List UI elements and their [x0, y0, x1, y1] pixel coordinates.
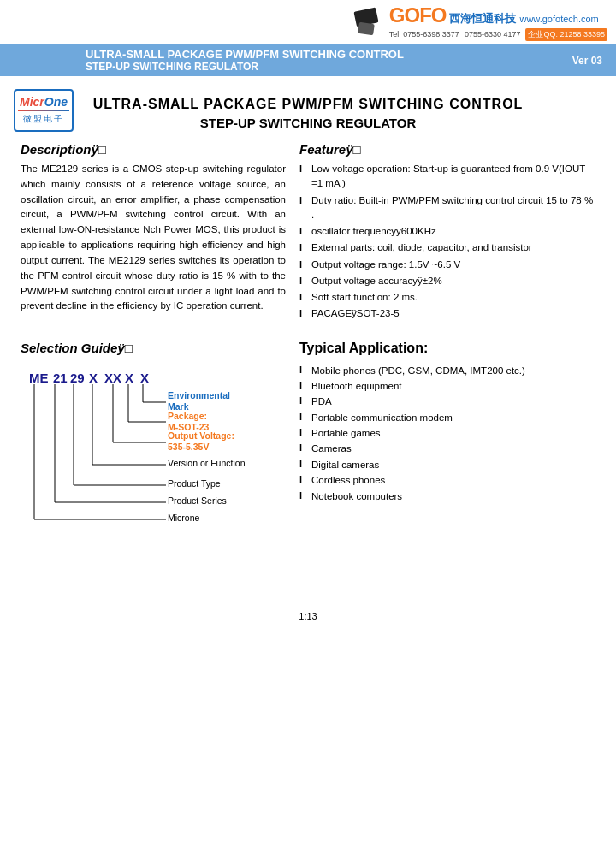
features-title: Featureÿ□ [299, 142, 595, 157]
app-item: Portable games [299, 425, 595, 441]
app-item: PDA [299, 394, 595, 409]
description-title: Descriptionÿ□ [21, 142, 286, 157]
tel-info: Tel: 0755-6398 3377 [389, 30, 459, 39]
svg-text:Package:: Package: [168, 411, 207, 421]
feature-list: Low voltage operation: Start-up is guara… [299, 162, 595, 322]
feature-item: Low voltage operation: Start-up is guara… [299, 162, 595, 192]
header-bar: ULTRA-SMALL PACKAGE PWM/PFM SWITCHING CO… [0, 44, 616, 76]
app-item: Portable communication modem [299, 410, 595, 425]
app-item: Notebook computers [299, 489, 595, 504]
description-text: The ME2129 series is a CMOS step-up swit… [21, 162, 286, 314]
typical-application-col: Typical Application: Mobile phones (PDC,… [299, 341, 595, 563]
feature-item: Duty ratio: Built-in PWM/PFM switching c… [299, 193, 595, 223]
gofo-brand: GOFO [389, 3, 447, 27]
svg-text:535-5.35V: 535-5.35V [168, 442, 209, 452]
app-item: Cordless phones [299, 472, 595, 488]
qq-info: 企业QQ: 21258 33395 [525, 28, 607, 41]
microne-chinese: 微盟电子 [23, 113, 64, 125]
page-footer: 1:13 [0, 611, 616, 630]
gofo-url: www.gofotech.com [519, 14, 598, 24]
svg-text:ME: ME [29, 371, 49, 385]
typical-app-list: Mobile phones (PDC, GSM, CDMA, IMT200 et… [299, 363, 595, 505]
microne-logo: MicrOne 微盟电子 [14, 89, 74, 132]
description-col: Descriptionÿ□ The ME2129 series is a CMO… [21, 142, 286, 323]
tel2-info: 0755-6330 4177 [465, 30, 521, 39]
app-item: Mobile phones (PDC, GSM, CDMA, IMT200 et… [299, 363, 595, 378]
feature-item: oscillator frequencyÿ600KHz [299, 224, 595, 239]
feature-item: Output voltage accuracyÿ±2% [299, 274, 595, 288]
svg-text:Microne: Microne [168, 513, 200, 523]
feature-item: PACAGEÿSOT-23-5 [299, 306, 595, 321]
svg-text:29: 29 [70, 371, 85, 385]
selection-guide-title: Selection Guideÿ□ [21, 341, 286, 355]
selection-typical-section: Selection Guideÿ□ ME 21 29 X XX X X Envi… [21, 341, 595, 563]
doc-title2: STEP-UP SWITCHING REGULATOR [21, 116, 595, 130]
svg-text:Product Type: Product Type [168, 478, 221, 489]
app-item: Bluetooth equipment [299, 378, 595, 394]
svg-text:X: X [140, 371, 149, 385]
header-title2: STEP-UP SWITCHING REGULATOR [86, 61, 404, 73]
sg-svg: ME 21 29 X XX X X Environmental Mark Pac… [21, 364, 269, 561]
main-content: ULTRA-SMALL PACKAGE PWM/PFM SWITCHING CO… [0, 76, 616, 577]
feature-item: Output voltage range: 1.5V ~6.5 V [299, 258, 595, 272]
svg-text:21: 21 [53, 371, 68, 385]
svg-text:X: X [125, 371, 133, 385]
selection-guide-col: Selection Guideÿ□ ME 21 29 X XX X X Envi… [21, 341, 286, 563]
app-item: Cameras [299, 441, 595, 456]
description-features-section: Descriptionÿ□ The ME2129 series is a CMO… [21, 142, 595, 323]
svg-text:Product Series: Product Series [168, 495, 227, 506]
svg-text:X: X [89, 371, 98, 385]
typical-application-title: Typical Application: [299, 341, 595, 356]
header-title1: ULTRA-SMALL PACKAGE PWM/PFM SWITCHING CO… [86, 48, 404, 61]
header-version: Ver 03 [572, 55, 602, 67]
features-col: Featureÿ□ Low voltage operation: Start-u… [299, 142, 595, 323]
gofo-chinese: 西海恒通科技 [449, 11, 516, 27]
selection-guide-diagram: ME 21 29 X XX X X Environmental Mark Pac… [21, 364, 286, 563]
page-number: 1:13 [299, 611, 317, 621]
feature-item: External parts: coil, diode, capacitor, … [299, 240, 595, 255]
app-item: Digital cameras [299, 457, 595, 472]
feature-item: Soft start function: 2 ms. [299, 290, 595, 305]
svg-text:XX: XX [104, 371, 121, 385]
doc-title1: ULTRA-SMALL PACKAGE PWM/PFM SWITCHING CO… [21, 97, 595, 112]
svg-text:Environmental: Environmental [168, 390, 230, 400]
top-banner: GOFO 西海恒通科技 www.gofotech.com Tel: 0755-6… [0, 0, 616, 44]
svg-text:Output Voltage:: Output Voltage: [168, 430, 234, 441]
svg-text:Version or Function: Version or Function [168, 458, 246, 468]
